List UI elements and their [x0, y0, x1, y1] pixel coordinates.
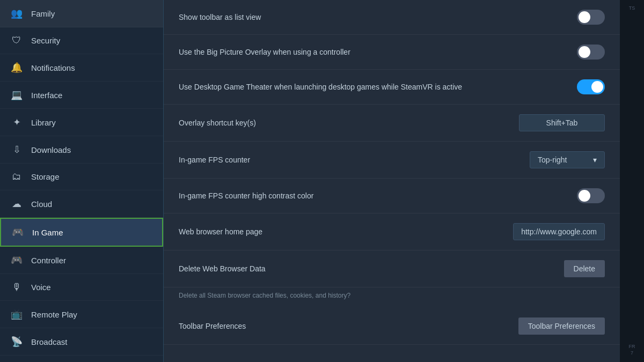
sidebar-item-in-game[interactable]: 🎮In Game: [0, 218, 163, 247]
settings-label-fps-counter: In-game FPS counter: [179, 156, 530, 164]
voice-icon: 🎙: [11, 282, 23, 293]
textbox-web-browser-home[interactable]: http://www.google.com: [513, 223, 605, 240]
settings-label-web-browser-home: Web browser home page: [179, 227, 513, 236]
notifications-icon: 🔔: [11, 62, 23, 73]
settings-row-fps-counter: In-game FPS counterTop-right▾: [164, 142, 620, 179]
sidebar-item-downloads[interactable]: ⇩Downloads: [0, 136, 163, 164]
settings-label-delete-browser-data: Delete Web Browser Data: [179, 264, 564, 273]
sidebar-item-voice[interactable]: 🎙Voice: [0, 274, 163, 301]
toggle-big-picture-overlay[interactable]: [577, 45, 605, 60]
sidebar-item-controller[interactable]: 🎮Controller: [0, 247, 163, 274]
sidebar-item-label-notifications: Notifications: [31, 63, 75, 72]
sidebar-item-cloud[interactable]: ☁Cloud: [0, 190, 163, 218]
sidebar-item-storage[interactable]: 🗂Storage: [0, 164, 163, 190]
toggle-fps-high-contrast[interactable]: [577, 188, 605, 203]
sidebar-item-label-interface: Interface: [31, 91, 62, 100]
sidebar-item-label-controller: Controller: [31, 256, 66, 265]
dropdown-value-fps-counter: Top-right: [538, 156, 567, 164]
sidebar-item-remote-play[interactable]: 📺Remote Play: [0, 301, 163, 328]
interface-icon: 💻: [11, 89, 23, 101]
settings-row-web-browser-home: Web browser home pagehttp://www.google.c…: [164, 213, 620, 250]
right-panel: TS FR7: [620, 0, 644, 362]
sidebar-item-broadcast[interactable]: 📡Broadcast: [0, 328, 163, 356]
settings-label-overlay-shortcut: Overlay shortcut key(s): [179, 119, 519, 127]
sidebar-item-label-voice: Voice: [31, 283, 51, 292]
settings-row-toolbar-preferences: Toolbar PreferencesToolbar Preferences: [164, 308, 620, 345]
sidebar-item-label-in-game: In Game: [32, 228, 63, 237]
settings-row-toolbar-list-view: Show toolbar as list view: [164, 0, 620, 35]
settings-label-desktop-game-theater: Use Desktop Game Theater when launching …: [179, 83, 577, 91]
sidebar-item-label-storage: Storage: [31, 172, 60, 181]
settings-row-delete-browser-data: Delete Web Browser DataDeleteDelete all …: [164, 250, 620, 308]
security-icon: 🛡: [11, 35, 23, 46]
sidebar-item-security[interactable]: 🛡Security: [0, 27, 163, 54]
sidebar-item-label-cloud: Cloud: [31, 200, 52, 209]
settings-label-big-picture-overlay: Use the Big Picture Overlay when using a…: [179, 48, 577, 56]
sidebar-item-label-broadcast: Broadcast: [31, 337, 68, 346]
settings-label-toolbar-preferences: Toolbar Preferences: [179, 322, 518, 330]
sidebar-item-label-security: Security: [31, 36, 60, 45]
remote-play-icon: 📺: [11, 308, 23, 320]
settings-btn-delete-browser-data[interactable]: Delete: [564, 260, 605, 277]
settings-sublabel-delete-browser-data: Delete all Steam browser cached files, c…: [164, 287, 620, 308]
toggle-toolbar-list-view[interactable]: [577, 10, 605, 25]
broadcast-icon: 📡: [11, 336, 23, 348]
sidebar-item-label-remote-play: Remote Play: [31, 310, 77, 319]
sidebar-item-interface[interactable]: 💻Interface: [0, 82, 163, 109]
right-panel-bottom: FR7: [629, 343, 635, 357]
settings-row-desktop-game-theater: Use Desktop Game Theater when launching …: [164, 70, 620, 105]
settings-btn-toolbar-preferences[interactable]: Toolbar Preferences: [518, 317, 605, 335]
settings-main-row-delete-browser-data: Delete Web Browser DataDelete: [164, 250, 620, 287]
in-game-icon: 🎮: [12, 226, 24, 238]
settings-row-big-picture-overlay: Use the Big Picture Overlay when using a…: [164, 35, 620, 70]
sidebar-item-family[interactable]: 👥Family: [0, 0, 163, 27]
sidebar-item-label-downloads: Downloads: [31, 145, 71, 154]
settings-label-toolbar-list-view: Show toolbar as list view: [179, 13, 577, 21]
chevron-down-icon: ▾: [593, 156, 597, 164]
family-icon: 👥: [11, 8, 23, 19]
sidebar: 👥Family🛡Security🔔Notifications💻Interface…: [0, 0, 164, 362]
storage-icon: 🗂: [11, 171, 23, 182]
textbox-overlay-shortcut[interactable]: Shift+Tab: [519, 114, 605, 131]
right-panel-top: TS: [629, 5, 635, 11]
settings-row-overlay-shortcut: Overlay shortcut key(s)Shift+Tab: [164, 105, 620, 142]
settings-row-fps-high-contrast: In-game FPS counter high contrast color: [164, 179, 620, 213]
library-icon: ✦: [11, 116, 23, 128]
sidebar-item-library[interactable]: ✦Library: [0, 109, 163, 136]
sidebar-item-notifications[interactable]: 🔔Notifications: [0, 54, 163, 82]
sidebar-item-label-family: Family: [31, 9, 55, 18]
sidebar-item-label-library: Library: [31, 118, 56, 127]
toggle-desktop-game-theater[interactable]: [577, 79, 605, 94]
downloads-icon: ⇩: [11, 144, 23, 156]
cloud-icon: ☁: [11, 198, 23, 210]
dropdown-fps-counter[interactable]: Top-right▾: [530, 151, 605, 168]
controller-icon: 🎮: [11, 254, 23, 266]
settings-label-fps-high-contrast: In-game FPS counter high contrast color: [179, 191, 577, 200]
main-content: Show toolbar as list viewUse the Big Pic…: [164, 0, 620, 362]
